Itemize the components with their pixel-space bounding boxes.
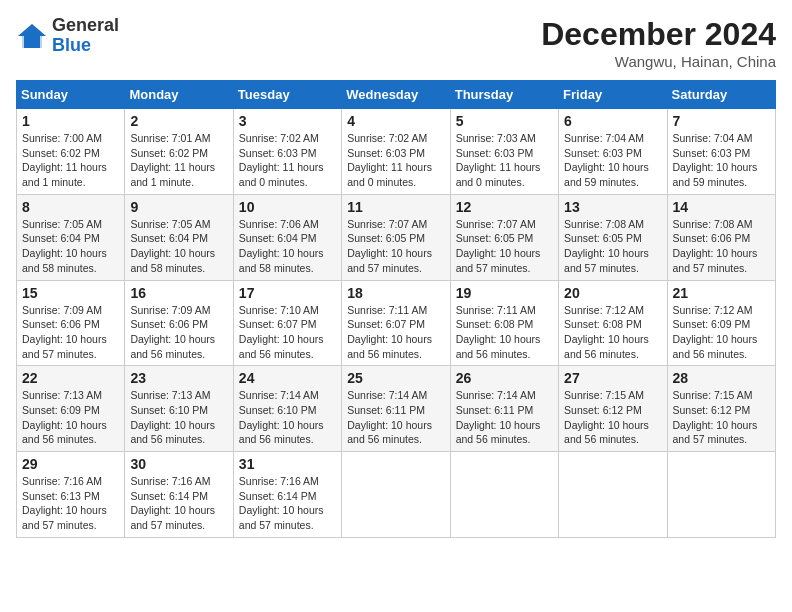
day-info: Sunrise: 7:00 AM Sunset: 6:02 PM Dayligh… bbox=[22, 131, 119, 190]
calendar-week-4: 22Sunrise: 7:13 AM Sunset: 6:09 PM Dayli… bbox=[17, 366, 776, 452]
day-number: 22 bbox=[22, 370, 119, 386]
calendar-day-26: 26Sunrise: 7:14 AM Sunset: 6:11 PM Dayli… bbox=[450, 366, 558, 452]
calendar-day-8: 8Sunrise: 7:05 AM Sunset: 6:04 PM Daylig… bbox=[17, 194, 125, 280]
calendar-week-3: 15Sunrise: 7:09 AM Sunset: 6:06 PM Dayli… bbox=[17, 280, 776, 366]
calendar-day-16: 16Sunrise: 7:09 AM Sunset: 6:06 PM Dayli… bbox=[125, 280, 233, 366]
calendar-day-30: 30Sunrise: 7:16 AM Sunset: 6:14 PM Dayli… bbox=[125, 452, 233, 538]
weekday-header-tuesday: Tuesday bbox=[233, 81, 341, 109]
calendar-day-13: 13Sunrise: 7:08 AM Sunset: 6:05 PM Dayli… bbox=[559, 194, 667, 280]
day-number: 13 bbox=[564, 199, 661, 215]
calendar-day-6: 6Sunrise: 7:04 AM Sunset: 6:03 PM Daylig… bbox=[559, 109, 667, 195]
weekday-header-wednesday: Wednesday bbox=[342, 81, 450, 109]
day-info: Sunrise: 7:16 AM Sunset: 6:14 PM Dayligh… bbox=[239, 474, 336, 533]
day-info: Sunrise: 7:08 AM Sunset: 6:06 PM Dayligh… bbox=[673, 217, 770, 276]
day-number: 14 bbox=[673, 199, 770, 215]
calendar-day-20: 20Sunrise: 7:12 AM Sunset: 6:08 PM Dayli… bbox=[559, 280, 667, 366]
day-number: 4 bbox=[347, 113, 444, 129]
calendar-day-29: 29Sunrise: 7:16 AM Sunset: 6:13 PM Dayli… bbox=[17, 452, 125, 538]
weekday-header-saturday: Saturday bbox=[667, 81, 775, 109]
calendar-day-1: 1Sunrise: 7:00 AM Sunset: 6:02 PM Daylig… bbox=[17, 109, 125, 195]
calendar-day-12: 12Sunrise: 7:07 AM Sunset: 6:05 PM Dayli… bbox=[450, 194, 558, 280]
weekday-header-sunday: Sunday bbox=[17, 81, 125, 109]
day-number: 9 bbox=[130, 199, 227, 215]
calendar-table: SundayMondayTuesdayWednesdayThursdayFrid… bbox=[16, 80, 776, 538]
day-info: Sunrise: 7:15 AM Sunset: 6:12 PM Dayligh… bbox=[673, 388, 770, 447]
calendar-day-25: 25Sunrise: 7:14 AM Sunset: 6:11 PM Dayli… bbox=[342, 366, 450, 452]
day-info: Sunrise: 7:04 AM Sunset: 6:03 PM Dayligh… bbox=[673, 131, 770, 190]
day-info: Sunrise: 7:02 AM Sunset: 6:03 PM Dayligh… bbox=[239, 131, 336, 190]
month-title: December 2024 bbox=[541, 16, 776, 53]
day-number: 7 bbox=[673, 113, 770, 129]
day-number: 16 bbox=[130, 285, 227, 301]
calendar-day-18: 18Sunrise: 7:11 AM Sunset: 6:07 PM Dayli… bbox=[342, 280, 450, 366]
weekday-header-row: SundayMondayTuesdayWednesdayThursdayFrid… bbox=[17, 81, 776, 109]
day-info: Sunrise: 7:14 AM Sunset: 6:11 PM Dayligh… bbox=[347, 388, 444, 447]
day-number: 26 bbox=[456, 370, 553, 386]
day-number: 18 bbox=[347, 285, 444, 301]
logo: General Blue bbox=[16, 16, 119, 56]
weekday-header-friday: Friday bbox=[559, 81, 667, 109]
day-info: Sunrise: 7:07 AM Sunset: 6:05 PM Dayligh… bbox=[347, 217, 444, 276]
day-number: 5 bbox=[456, 113, 553, 129]
day-info: Sunrise: 7:12 AM Sunset: 6:09 PM Dayligh… bbox=[673, 303, 770, 362]
weekday-header-monday: Monday bbox=[125, 81, 233, 109]
calendar-day-2: 2Sunrise: 7:01 AM Sunset: 6:02 PM Daylig… bbox=[125, 109, 233, 195]
day-info: Sunrise: 7:16 AM Sunset: 6:14 PM Dayligh… bbox=[130, 474, 227, 533]
day-info: Sunrise: 7:14 AM Sunset: 6:10 PM Dayligh… bbox=[239, 388, 336, 447]
day-info: Sunrise: 7:12 AM Sunset: 6:08 PM Dayligh… bbox=[564, 303, 661, 362]
day-number: 23 bbox=[130, 370, 227, 386]
day-info: Sunrise: 7:05 AM Sunset: 6:04 PM Dayligh… bbox=[22, 217, 119, 276]
day-info: Sunrise: 7:09 AM Sunset: 6:06 PM Dayligh… bbox=[22, 303, 119, 362]
calendar-day-19: 19Sunrise: 7:11 AM Sunset: 6:08 PM Dayli… bbox=[450, 280, 558, 366]
day-info: Sunrise: 7:11 AM Sunset: 6:08 PM Dayligh… bbox=[456, 303, 553, 362]
calendar-day-31: 31Sunrise: 7:16 AM Sunset: 6:14 PM Dayli… bbox=[233, 452, 341, 538]
calendar-day-11: 11Sunrise: 7:07 AM Sunset: 6:05 PM Dayli… bbox=[342, 194, 450, 280]
day-info: Sunrise: 7:16 AM Sunset: 6:13 PM Dayligh… bbox=[22, 474, 119, 533]
day-number: 27 bbox=[564, 370, 661, 386]
day-number: 10 bbox=[239, 199, 336, 215]
calendar-day-28: 28Sunrise: 7:15 AM Sunset: 6:12 PM Dayli… bbox=[667, 366, 775, 452]
calendar-day-24: 24Sunrise: 7:14 AM Sunset: 6:10 PM Dayli… bbox=[233, 366, 341, 452]
empty-cell bbox=[559, 452, 667, 538]
calendar-week-5: 29Sunrise: 7:16 AM Sunset: 6:13 PM Dayli… bbox=[17, 452, 776, 538]
day-number: 3 bbox=[239, 113, 336, 129]
empty-cell bbox=[342, 452, 450, 538]
day-number: 17 bbox=[239, 285, 336, 301]
day-number: 24 bbox=[239, 370, 336, 386]
day-info: Sunrise: 7:01 AM Sunset: 6:02 PM Dayligh… bbox=[130, 131, 227, 190]
day-number: 25 bbox=[347, 370, 444, 386]
day-number: 29 bbox=[22, 456, 119, 472]
weekday-header-thursday: Thursday bbox=[450, 81, 558, 109]
day-info: Sunrise: 7:13 AM Sunset: 6:10 PM Dayligh… bbox=[130, 388, 227, 447]
calendar-day-23: 23Sunrise: 7:13 AM Sunset: 6:10 PM Dayli… bbox=[125, 366, 233, 452]
day-info: Sunrise: 7:06 AM Sunset: 6:04 PM Dayligh… bbox=[239, 217, 336, 276]
day-number: 20 bbox=[564, 285, 661, 301]
day-number: 6 bbox=[564, 113, 661, 129]
empty-cell bbox=[667, 452, 775, 538]
day-number: 11 bbox=[347, 199, 444, 215]
calendar-day-7: 7Sunrise: 7:04 AM Sunset: 6:03 PM Daylig… bbox=[667, 109, 775, 195]
location: Wangwu, Hainan, China bbox=[541, 53, 776, 70]
calendar-day-22: 22Sunrise: 7:13 AM Sunset: 6:09 PM Dayli… bbox=[17, 366, 125, 452]
day-info: Sunrise: 7:11 AM Sunset: 6:07 PM Dayligh… bbox=[347, 303, 444, 362]
day-number: 1 bbox=[22, 113, 119, 129]
day-number: 15 bbox=[22, 285, 119, 301]
day-number: 30 bbox=[130, 456, 227, 472]
day-info: Sunrise: 7:10 AM Sunset: 6:07 PM Dayligh… bbox=[239, 303, 336, 362]
day-number: 21 bbox=[673, 285, 770, 301]
day-number: 31 bbox=[239, 456, 336, 472]
day-info: Sunrise: 7:05 AM Sunset: 6:04 PM Dayligh… bbox=[130, 217, 227, 276]
calendar-day-3: 3Sunrise: 7:02 AM Sunset: 6:03 PM Daylig… bbox=[233, 109, 341, 195]
day-number: 2 bbox=[130, 113, 227, 129]
day-info: Sunrise: 7:13 AM Sunset: 6:09 PM Dayligh… bbox=[22, 388, 119, 447]
day-info: Sunrise: 7:14 AM Sunset: 6:11 PM Dayligh… bbox=[456, 388, 553, 447]
calendar-day-10: 10Sunrise: 7:06 AM Sunset: 6:04 PM Dayli… bbox=[233, 194, 341, 280]
empty-cell bbox=[450, 452, 558, 538]
calendar-day-21: 21Sunrise: 7:12 AM Sunset: 6:09 PM Dayli… bbox=[667, 280, 775, 366]
logo-icon bbox=[16, 22, 48, 50]
day-info: Sunrise: 7:09 AM Sunset: 6:06 PM Dayligh… bbox=[130, 303, 227, 362]
calendar-day-17: 17Sunrise: 7:10 AM Sunset: 6:07 PM Dayli… bbox=[233, 280, 341, 366]
day-info: Sunrise: 7:08 AM Sunset: 6:05 PM Dayligh… bbox=[564, 217, 661, 276]
day-number: 8 bbox=[22, 199, 119, 215]
day-info: Sunrise: 7:15 AM Sunset: 6:12 PM Dayligh… bbox=[564, 388, 661, 447]
